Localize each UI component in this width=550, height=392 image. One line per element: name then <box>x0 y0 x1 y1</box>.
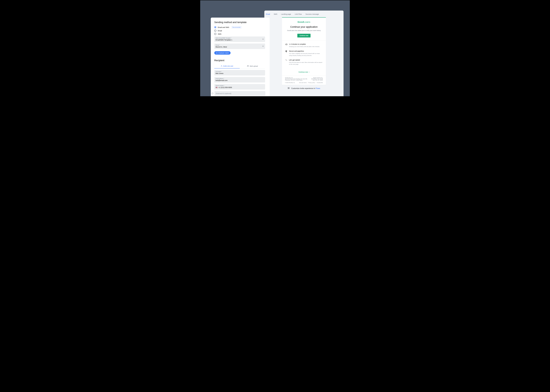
customize-row: Customize invite experience in Flows <box>264 87 344 90</box>
tab-bulk-upload[interactable]: Bulk upload <box>240 64 265 68</box>
chevron-down-icon <box>262 39 264 40</box>
continue-link[interactable]: Continue now <box>282 70 326 75</box>
recommended-badge: Recommended <box>231 26 242 28</box>
svg-rect-3 <box>288 89 289 89</box>
copyright-text: © 2023 Roositfy, Inc. <box>285 82 295 83</box>
brand-logo: GoodLoans <box>285 21 323 23</box>
feature-title: 1–3 minutes to complete <box>289 43 320 45</box>
svg-rect-2 <box>289 88 289 88</box>
feature-row: Let's get started Click the link below t… <box>285 59 323 65</box>
method-sms[interactable]: SMS <box>214 33 266 35</box>
template-select[interactable]: Select Email/SMS Template * Email/SMS Te… <box>214 36 265 42</box>
feature-text: Your data is digitally and securely shar… <box>289 53 323 56</box>
sliders-icon <box>288 87 290 90</box>
invite-form-card: Sending method and template Email and SM… <box>211 18 270 97</box>
feature-text: Click the link below to start. More info… <box>289 62 323 65</box>
feature-title: Let's get started <box>289 59 323 61</box>
svg-rect-1 <box>288 87 289 88</box>
method-email-sms[interactable]: Email and SMS Recommended <box>214 26 266 28</box>
radio-icon <box>214 30 216 32</box>
flag-us-icon: 🇺🇸 <box>216 87 217 88</box>
email-footer: GoodLoans, Inc. 322 North Shore Drive Bu… <box>282 75 326 85</box>
preview-tab-sms[interactable]: SMS <box>274 13 277 15</box>
feature-text: Verifying your work history will only ta… <box>289 46 320 48</box>
preview-tab-landing[interactable]: Landing page <box>281 13 291 15</box>
preview-tab-email[interactable]: Email <box>266 13 270 15</box>
svg-point-5 <box>248 65 248 66</box>
clock-icon <box>285 43 287 45</box>
target-icon <box>216 52 217 54</box>
radio-selected-icon <box>214 26 216 28</box>
preview-tab-success[interactable]: Success message <box>305 13 319 15</box>
external-id-field[interactable]: External ID (optional) <box>215 91 265 96</box>
continue-button[interactable]: Continue now <box>297 34 311 37</box>
feature-row: Secure and paperless Your data is digita… <box>285 50 323 56</box>
feature-row: 1–3 minutes to complete Verifying your w… <box>285 43 323 48</box>
feature-title: Secure and paperless <box>289 50 323 52</box>
person-icon <box>221 65 222 67</box>
email-field[interactable]: Email address * bob@email.com <box>214 77 265 83</box>
customize-text: Customize invite experience in <box>291 87 316 89</box>
info-icon[interactable]: i <box>212 92 213 94</box>
group-select[interactable]: Group * Branch A, West <box>214 43 265 49</box>
footer-link[interactable]: Unsubscribe <box>317 82 323 83</box>
footer-link[interactable]: End user terms <box>299 82 307 83</box>
recipient-tabs: Invite one user Bulk upload <box>214 64 265 69</box>
preview-pane: Email SMS Landing page Link Flow Success… <box>264 11 344 97</box>
phone-field[interactable]: Phone number * 🇺🇸 +1 (212) 555-5555 <box>214 84 265 90</box>
employer-match-button[interactable]: Employer match <box>214 51 231 55</box>
chevron-down-icon <box>262 46 264 47</box>
shield-icon <box>285 50 287 52</box>
section-title-sending: Sending method and template <box>214 21 266 24</box>
preview-tab-link-flow[interactable]: Link Flow <box>295 13 302 15</box>
chevron-right-icon <box>309 72 309 72</box>
email-subtitle: GoodLoans has asked you to verify your w… <box>285 30 323 31</box>
preview-tabs: Email SMS Landing page Link Flow Success… <box>264 11 344 17</box>
footer-link[interactable]: Privacy policy <box>308 82 315 83</box>
people-icon <box>247 65 249 67</box>
radio-icon <box>214 33 216 35</box>
svg-point-4 <box>247 65 248 66</box>
method-email[interactable]: Email <box>214 30 266 32</box>
email-preview-card: GoodLoans Continue your application Good… <box>282 17 326 85</box>
sparkle-icon <box>285 59 287 61</box>
email-title: Continue your application <box>285 26 323 28</box>
section-title-recipient: Recipient <box>214 59 266 62</box>
tab-invite-one[interactable]: Invite one user <box>214 64 240 69</box>
full-name-field[interactable]: Full name * Bob Jones <box>214 70 265 76</box>
flows-link[interactable]: Flows <box>316 87 320 89</box>
